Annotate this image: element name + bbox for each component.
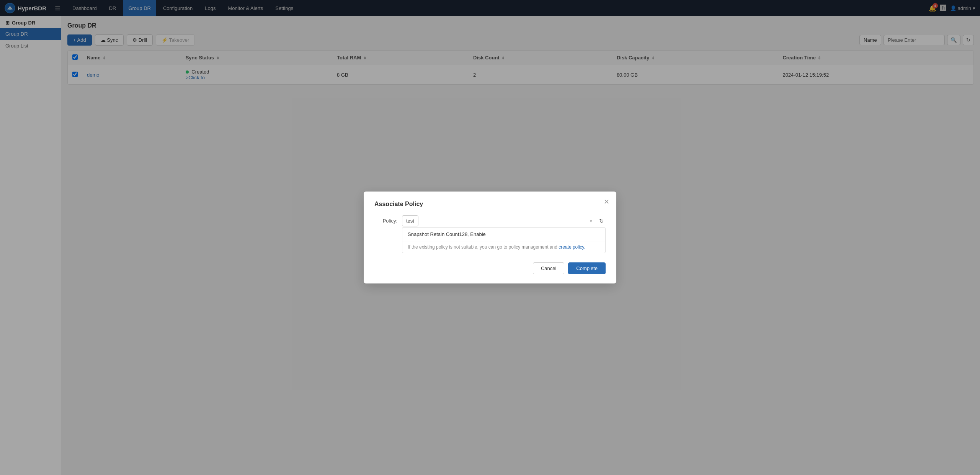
modal-overlay: Associate Policy ✕ Policy: test ↻ Snapsh…	[0, 0, 980, 475]
policy-select[interactable]: test	[402, 215, 418, 226]
policy-dropdown: Snapshot Retain Count128, Enable If the …	[402, 227, 606, 253]
modal-close-button[interactable]: ✕	[604, 198, 609, 206]
policy-select-wrapper: test	[402, 215, 595, 226]
associate-policy-modal: Associate Policy ✕ Policy: test ↻ Snapsh…	[364, 192, 616, 283]
modal-footer: Cancel Complete	[374, 262, 606, 274]
dropdown-hint: If the existing policy is not suitable, …	[402, 241, 605, 253]
policy-refresh-button[interactable]: ↻	[598, 216, 606, 226]
policy-label: Policy:	[374, 215, 397, 224]
cancel-button[interactable]: Cancel	[533, 262, 564, 274]
modal-title: Associate Policy	[374, 201, 606, 208]
dropdown-item-snapshot[interactable]: Snapshot Retain Count128, Enable	[402, 228, 605, 241]
complete-button[interactable]: Complete	[568, 262, 606, 274]
policy-control: test ↻ Snapshot Retain Count128, Enable …	[402, 215, 606, 253]
create-policy-link[interactable]: create policy.	[559, 244, 585, 250]
policy-form-row: Policy: test ↻ Snapshot Retain Count128,…	[374, 215, 606, 253]
policy-select-wrap: test ↻	[402, 215, 606, 226]
